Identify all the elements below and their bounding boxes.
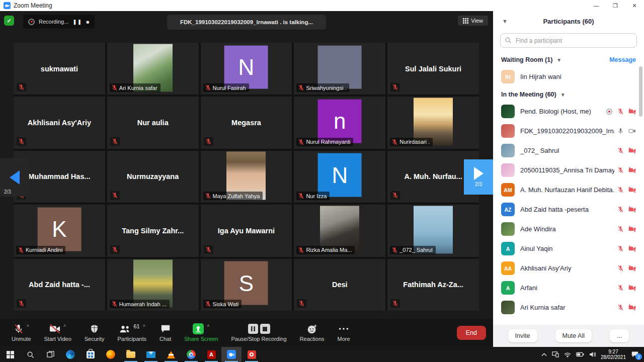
taskbar-task-view-icon[interactable]: [40, 347, 60, 362]
avatar: [501, 105, 515, 118]
recording-dot-icon: [28, 19, 35, 25]
avatar: AA: [501, 261, 515, 275]
participant-row[interactable]: Pend. Biologi (Host, me): [493, 102, 644, 121]
participant-row[interactable]: AAinul Yaqin: [493, 239, 644, 258]
video-tile[interactable]: Ari Kurnia safar: [107, 43, 199, 95]
taskbar-store-icon[interactable]: [80, 347, 101, 362]
chevron-up-icon[interactable]: ˄: [207, 323, 209, 328]
video-tile[interactable]: Maya Zulfah Yahya: [201, 151, 292, 203]
tray-chevron-up-icon[interactable]: [541, 352, 547, 356]
recording-indicator-icon: [606, 108, 613, 115]
video-tile[interactable]: NNur Izza: [294, 151, 385, 203]
mute-all-button[interactable]: Mute All: [555, 329, 592, 342]
participant-row[interactable]: AAAkhlisani Asy'Ariy: [493, 258, 644, 278]
reactions-button[interactable]: Reactions: [293, 318, 331, 347]
participant-row[interactable]: Ari Kurnia safar: [493, 298, 644, 317]
chat-button[interactable]: Chat: [153, 318, 178, 347]
video-tile[interactable]: Akhlisani Asy'Ariy: [14, 97, 105, 148]
toolbar-label: Share Screen: [184, 336, 218, 342]
share-screen-icon: [193, 323, 204, 334]
participants-button[interactable]: 61˄Participants: [111, 318, 153, 347]
video-off-icon: [628, 226, 636, 232]
video-tile[interactable]: SSiska Wati: [201, 259, 292, 311]
waiting-participant-row[interactable]: IH Iin Hijrah wani: [493, 67, 644, 86]
minimize-button[interactable]: —: [587, 0, 606, 11]
video-tile[interactable]: Humaerah Indah ...: [107, 259, 199, 311]
video-tile[interactable]: Sul Jalali Sukuri: [387, 43, 479, 95]
tray-volume-icon[interactable]: [589, 351, 596, 357]
video-tile[interactable]: KKurniadi Andini: [14, 205, 105, 256]
tray-battery-icon[interactable]: [576, 352, 584, 357]
participant-row[interactable]: FDK_199103022019032009_Irna...: [493, 121, 644, 141]
start-video-button[interactable]: ˄Start Video: [38, 318, 78, 347]
video-tile[interactable]: _072_ Sahrul: [387, 205, 479, 256]
search-input[interactable]: [500, 33, 637, 48]
tray-device-icon[interactable]: [552, 351, 559, 357]
video-tile[interactable]: Nurmuzayyana: [107, 151, 199, 203]
next-page-button[interactable]: 2/3: [464, 159, 493, 195]
share-screen-button[interactable]: ˄Share Screen: [178, 318, 224, 347]
participant-row[interactable]: AArfani: [493, 278, 644, 298]
video-tile[interactable]: Nur aulia: [107, 97, 199, 148]
participant-row[interactable]: Ade Windira: [493, 219, 644, 239]
in-meeting-header[interactable]: In the Meeting (60) ▼: [493, 86, 644, 102]
video-tile[interactable]: Megasra: [201, 97, 292, 148]
participant-name: Pend. Biologi (Host, me): [520, 108, 603, 115]
invite-button[interactable]: Invite: [508, 329, 537, 342]
taskbar-chrome-icon[interactable]: [181, 347, 201, 362]
video-tile[interactable]: Nurirdasari .: [387, 97, 479, 148]
waiting-room-header[interactable]: Waiting Room (1) ▼ Message: [493, 52, 644, 67]
video-tile[interactable]: NNurul Fasirah: [201, 43, 292, 95]
taskbar-clock[interactable]: 9:27 28/02/2021: [601, 349, 626, 360]
search-icon: [505, 37, 512, 44]
view-button[interactable]: View: [458, 16, 488, 26]
avatar: AZ: [501, 203, 515, 216]
end-meeting-button[interactable]: End: [457, 326, 486, 340]
mic-muted-icon: [17, 83, 26, 92]
message-link[interactable]: Message: [609, 56, 636, 63]
pause-stop-recording-button[interactable]: Pause/Stop Recording: [225, 318, 293, 347]
video-tile[interactable]: Tang Silmy Zahr...: [107, 205, 199, 256]
taskbar-search-icon[interactable]: [20, 347, 40, 362]
video-tile[interactable]: Rizka Amalia Ma...: [294, 205, 385, 256]
video-tile[interactable]: sukmawati: [14, 43, 105, 95]
stop-recording-button[interactable]: ■: [86, 19, 90, 25]
chevron-up-icon[interactable]: ˄: [63, 323, 66, 328]
chevron-down-icon[interactable]: ▼: [502, 18, 508, 24]
taskbar-edge-icon[interactable]: [60, 347, 80, 362]
taskbar-recorder-icon[interactable]: [242, 347, 262, 362]
unmute-button[interactable]: ˄Unmute: [5, 318, 38, 347]
taskbar-vlc-icon[interactable]: [161, 347, 181, 362]
participant-row[interactable]: 20500119035_Annisa Tri Damay...: [493, 160, 644, 180]
security-button[interactable]: Security: [78, 318, 111, 347]
video-tile[interactable]: nNurul Rahmayanti: [294, 97, 385, 148]
participant-row[interactable]: AMA. Muh. Nurfauzan Hanif Debita...: [493, 180, 644, 200]
chevron-up-icon[interactable]: ˄: [27, 323, 29, 328]
taskbar-start-icon[interactable]: [0, 347, 20, 362]
video-tile[interactable]: Fathimah Az-Za...: [387, 259, 479, 311]
tray-network-icon[interactable]: [564, 352, 571, 357]
taskbar-mail-icon[interactable]: [141, 347, 161, 362]
taskbar-explorer-icon[interactable]: [121, 347, 141, 362]
chevron-up-icon[interactable]: ˄: [143, 323, 145, 328]
participant-name: Nurul Rahmayanti: [306, 139, 350, 145]
video-off-icon: [628, 147, 636, 154]
prev-page-button[interactable]: 2/3: [0, 158, 29, 197]
taskbar-firefox-icon[interactable]: [101, 347, 121, 362]
participant-row[interactable]: AZAbd Zaid hatta -peserta: [493, 200, 644, 219]
video-tile[interactable]: Iga Ayu Mawarni: [201, 205, 292, 256]
more-options-button[interactable]: ...: [610, 329, 629, 342]
video-tile[interactable]: Desi: [294, 259, 385, 311]
pause-recording-button[interactable]: ❚❚: [72, 19, 82, 25]
notification-center-icon[interactable]: 2: [631, 351, 639, 358]
more-button[interactable]: More: [331, 318, 357, 347]
participant-row[interactable]: _072_ Sahrul: [493, 141, 644, 160]
taskbar-zoom-icon[interactable]: [221, 347, 242, 362]
taskbar-acrobat-icon[interactable]: A: [201, 347, 221, 362]
video-tile[interactable]: Sriwahyuningsi .: [294, 43, 385, 95]
close-button[interactable]: ✕: [625, 0, 644, 11]
video-tile[interactable]: Abd Zaid hatta -...: [14, 259, 105, 311]
maximize-button[interactable]: ❐: [606, 0, 625, 11]
security-shield-icon[interactable]: ✓: [4, 16, 14, 26]
panel-scrollbar[interactable]: [639, 66, 642, 117]
